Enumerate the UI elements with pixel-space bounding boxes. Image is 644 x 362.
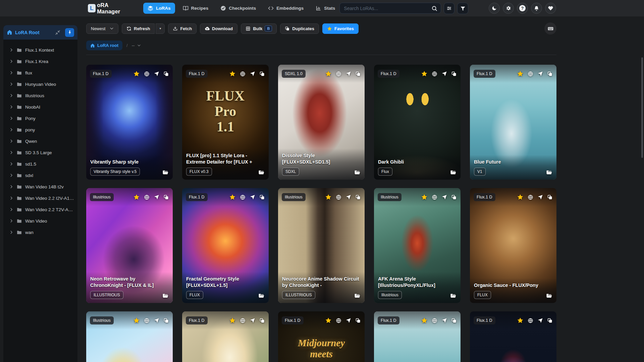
sidebar-folder-item[interactable]: Wan Video 14B t2v xyxy=(3,181,77,192)
chevron-right-icon[interactable] xyxy=(9,185,13,189)
chevron-right-icon[interactable] xyxy=(9,116,13,120)
breadcrumb-root[interactable]: LoRA root xyxy=(86,41,122,50)
globe-icon[interactable] xyxy=(432,71,437,77)
chevron-right-icon[interactable] xyxy=(9,71,13,75)
search-icon[interactable] xyxy=(431,5,437,11)
globe-icon[interactable] xyxy=(528,71,533,77)
lora-card[interactable]: Flux.1 D Blue Future V1 xyxy=(470,65,556,180)
copy-icon[interactable] xyxy=(355,318,361,323)
filter-button[interactable] xyxy=(457,3,468,14)
chevron-right-icon[interactable] xyxy=(9,139,13,143)
help-button[interactable]: ? xyxy=(517,3,528,14)
sidebar-folder-item[interactable]: Illustrious xyxy=(3,90,77,101)
favorite-star-icon[interactable] xyxy=(325,317,332,324)
copy-icon[interactable] xyxy=(547,71,553,77)
chevron-right-icon[interactable] xyxy=(9,59,13,63)
sidebar-folder-item[interactable]: pony xyxy=(3,124,77,135)
open-folder-icon[interactable] xyxy=(354,293,361,299)
lora-card[interactable]: Flux.1 D Dark Ghibli Flux xyxy=(374,65,461,180)
tab-checkpoints[interactable]: Checkpoints xyxy=(216,3,260,14)
lora-card[interactable]: Flux.1 D xyxy=(182,311,269,362)
sidebar-folder-item[interactable]: sd1.5 xyxy=(3,158,77,170)
globe-icon[interactable] xyxy=(336,71,341,77)
duplicates-button[interactable]: Duplicates xyxy=(280,23,319,34)
copy-icon[interactable] xyxy=(259,318,265,323)
sidebar-folder-item[interactable]: Wan Video 2.2 T2V-A14B xyxy=(3,204,77,215)
favorite-star-icon[interactable] xyxy=(133,70,140,77)
lora-card[interactable]: Illustrious xyxy=(86,311,173,362)
send-icon[interactable] xyxy=(154,71,159,77)
globe-icon[interactable] xyxy=(432,194,437,200)
lora-card[interactable]: FLUXPro1.1 Flux.1 D FLUX [pro] 1.1 Style… xyxy=(182,65,269,180)
send-icon[interactable] xyxy=(154,318,159,323)
sidebar-folder-item[interactable]: NoobAI xyxy=(3,101,77,113)
lora-card[interactable]: Flux.1 D Vibrantly Sharp style Vibrantly… xyxy=(86,65,173,180)
lora-card[interactable]: Flux.1 D xyxy=(470,311,556,362)
open-folder-icon[interactable] xyxy=(450,169,457,175)
copy-icon[interactable] xyxy=(163,194,169,200)
lora-card[interactable]: Illustrious Neon Retrowave by ChronoKnig… xyxy=(86,188,173,303)
send-icon[interactable] xyxy=(250,71,255,77)
keyboard-shortcuts-button[interactable] xyxy=(544,22,556,35)
copy-icon[interactable] xyxy=(451,71,457,77)
copy-icon[interactable] xyxy=(451,318,457,323)
globe-icon[interactable] xyxy=(144,194,150,200)
lora-card[interactable]: Illustrious Neurocore Anime Shadow Circu… xyxy=(278,188,365,303)
sidebar-folder-item[interactable]: Hunyuan Video xyxy=(3,78,77,90)
sort-select[interactable]: Newest xyxy=(86,23,118,34)
favorite-star-icon[interactable] xyxy=(133,194,140,200)
globe-icon[interactable] xyxy=(432,318,437,323)
chevron-right-icon[interactable] xyxy=(9,48,13,52)
support-button[interactable] xyxy=(545,3,556,14)
send-icon[interactable] xyxy=(537,318,543,323)
bulk-button[interactable]: Bulk B xyxy=(241,23,277,34)
copy-icon[interactable] xyxy=(547,318,553,323)
search-input[interactable] xyxy=(340,6,431,11)
copy-icon[interactable] xyxy=(163,318,169,323)
copy-icon[interactable] xyxy=(259,71,265,77)
lora-card[interactable]: Illustrious AFK Arena Style [Illustrious… xyxy=(374,188,461,303)
sidebar-folder-item[interactable]: Qwen xyxy=(3,135,77,147)
theme-toggle-button[interactable] xyxy=(489,3,500,14)
tab-loras[interactable]: LoRAs xyxy=(143,3,175,14)
chevron-right-icon[interactable] xyxy=(9,207,13,212)
sidebar-folder-item[interactable]: Wan Video xyxy=(3,215,77,227)
tab-recipes[interactable]: Recipes xyxy=(178,3,213,14)
open-folder-icon[interactable] xyxy=(546,169,552,175)
pin-sidebar-button[interactable] xyxy=(65,28,74,37)
copy-icon[interactable] xyxy=(355,194,361,200)
favorite-star-icon[interactable] xyxy=(229,194,236,200)
favorites-button[interactable]: Favorites xyxy=(322,23,359,34)
chevron-right-icon[interactable] xyxy=(9,219,13,223)
send-icon[interactable] xyxy=(250,318,255,323)
chevron-right-icon[interactable] xyxy=(9,105,13,109)
settings-button[interactable] xyxy=(503,3,514,14)
globe-icon[interactable] xyxy=(240,194,246,200)
breadcrumb-folder-dropdown[interactable]: -- xyxy=(132,43,141,48)
send-icon[interactable] xyxy=(441,71,447,77)
sidebar-folder-item[interactable]: Wan Video 2.2 I2V-A14B xyxy=(3,192,77,204)
scrollbar[interactable] xyxy=(641,57,643,158)
favorite-star-icon[interactable] xyxy=(421,70,428,77)
sidebar-folder-item[interactable]: Flux.1 Krea xyxy=(3,56,77,67)
send-icon[interactable] xyxy=(537,71,543,77)
sidebar-folder-item[interactable]: SD 3.5 Large xyxy=(3,147,77,158)
globe-icon[interactable] xyxy=(144,71,150,77)
favorite-star-icon[interactable] xyxy=(325,194,332,200)
globe-icon[interactable] xyxy=(336,194,341,200)
lora-card[interactable]: Flux.1 D Organic Sauce - FLUX/Pony FLUX xyxy=(470,188,556,303)
globe-icon[interactable] xyxy=(144,318,150,323)
globe-icon[interactable] xyxy=(240,318,246,323)
send-icon[interactable] xyxy=(441,318,447,323)
lora-card[interactable]: Flux.1 D Fractal Geometry Style [FLUX+SD… xyxy=(182,188,269,303)
send-icon[interactable] xyxy=(537,194,543,200)
favorite-star-icon[interactable] xyxy=(421,317,428,324)
refresh-button[interactable]: Refresh xyxy=(122,23,155,34)
lora-card[interactable]: Flux.1 D xyxy=(374,311,461,362)
copy-icon[interactable] xyxy=(259,194,265,200)
send-icon[interactable] xyxy=(345,194,351,200)
lora-card[interactable]: SDXL 1.0 Dissolve Style [FLUX+SDXL+SD1.5… xyxy=(278,65,365,180)
send-icon[interactable] xyxy=(154,194,159,200)
favorite-star-icon[interactable] xyxy=(517,70,524,77)
open-folder-icon[interactable] xyxy=(546,293,552,299)
